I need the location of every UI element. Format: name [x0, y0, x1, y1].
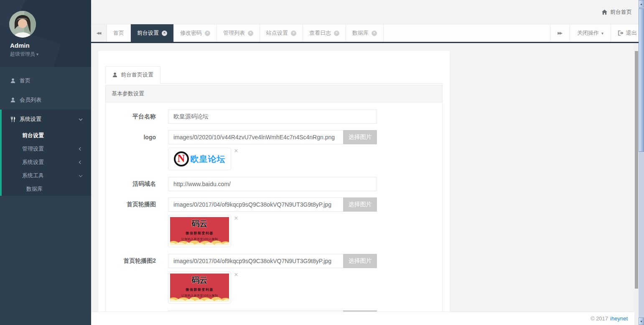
user-icon — [10, 78, 15, 83]
carousel-2-remove-icon[interactable]: × — [234, 271, 238, 278]
tab-database[interactable]: 数据库 × — [346, 24, 384, 42]
caret-down-icon: ▾ — [601, 31, 603, 36]
logo-remove-icon[interactable]: × — [234, 148, 238, 154]
logo-choose-image-button[interactable]: 选择图片 — [343, 130, 377, 144]
double-left-icon: ◀◀ — [97, 31, 102, 35]
carousel-2-path-input[interactable] — [168, 254, 343, 268]
carousel-2-input-group: 选择图片 — [168, 254, 377, 268]
carousel-1-label: 首页轮播图 — [106, 201, 168, 208]
tab-label: 前台设置 — [137, 29, 159, 37]
form-row-logo: logo 选择图片 — [106, 130, 442, 144]
sidebar-subitem-database[interactable]: 数据库 — [2, 182, 91, 196]
logo-preview: N 欧皇论坛 — [168, 148, 231, 170]
user-name: Admin — [10, 42, 30, 49]
tab-close-icon[interactable]: × — [205, 31, 210, 36]
live-code-domain-input[interactable] — [168, 177, 377, 191]
tab-label: 站点设置 — [266, 29, 288, 37]
tab-close-icon[interactable]: × — [248, 31, 253, 36]
banner-subtitle: 微信群裂变利器 — [170, 287, 229, 292]
sidebar-item-home[interactable]: 首页 — [0, 71, 91, 90]
profile-header: Admin 超级管理员▾ — [0, 0, 91, 67]
tab-close-icon[interactable]: × — [334, 31, 339, 36]
scroll-up-button[interactable]: ▲ — [639, 0, 644, 8]
carousel-1-path-input[interactable] — [168, 197, 343, 212]
close-operations-label: 关闭操作 — [577, 29, 599, 37]
banner-clouds-decoration — [170, 295, 229, 302]
tab-label: 查看日志 — [309, 29, 331, 37]
tab-bar: ◀◀ 首页 前台设置 × 修改密码 × 管理列表 × 站点设置 × 查看 — [91, 24, 644, 43]
logo-preview-row: N 欧皇论坛 × — [106, 148, 442, 170]
form-row-carousel-1: 首页轮播图 选择图片 — [106, 197, 442, 212]
tab-admin-list[interactable]: 管理列表 × — [217, 24, 260, 42]
sidebar-item-members[interactable]: 会员列表 — [0, 90, 91, 110]
user-role-label: 超级管理员 — [10, 51, 35, 57]
collapse-tabs-button[interactable]: ◀◀ — [91, 24, 107, 42]
sidebar-item-label: 首页 — [20, 77, 31, 84]
scroll-up-icon: ▲ — [640, 3, 643, 5]
chevron-down-icon — [79, 174, 82, 177]
tab-view-logs[interactable]: 查看日志 × — [303, 24, 346, 42]
cutlery-icon — [10, 117, 15, 122]
tab-home[interactable]: 首页 — [107, 24, 131, 42]
banner-title: 码云 — [170, 218, 229, 229]
sign-out-icon — [618, 31, 624, 36]
carousel-2-label: 首页轮播图2 — [106, 257, 168, 265]
expand-tabs-button[interactable]: ▶▶ — [550, 24, 570, 42]
tab-label: 首页 — [113, 29, 124, 37]
platform-name-input[interactable] — [168, 110, 377, 124]
tab-close-icon[interactable]: × — [291, 31, 296, 36]
window-scrollbar[interactable]: ▲ ▼ — [639, 0, 644, 325]
logo-emblem-letter: N — [177, 153, 185, 164]
carousel-1-remove-icon[interactable]: × — [234, 215, 238, 221]
sidebar-item-system-settings[interactable]: 系统设置 — [2, 110, 91, 129]
close-operations-dropdown[interactable]: 关闭操作▾ — [570, 24, 611, 42]
avatar[interactable] — [9, 11, 36, 38]
tab-frontend-home-settings[interactable]: 前台首页设置 — [105, 66, 160, 84]
tab-bar-spacer — [384, 24, 550, 42]
panel-title: 基本参数设置 — [106, 85, 442, 102]
carousel-2-choose-image-button[interactable]: 选择图片 — [343, 254, 377, 268]
tab-change-password[interactable]: 修改密码 × — [174, 24, 217, 42]
logo-preview-text: 欧皇论坛 — [191, 154, 226, 165]
content-scrollbar-thumb[interactable] — [635, 51, 638, 289]
carousel-1-preview-row: 码云 微信群裂变利器 让加码入群不受100人限制 × — [106, 215, 442, 247]
sidebar-subitem-frontend-settings[interactable]: 前台设置 — [2, 129, 91, 142]
window-scrollbar-thumb[interactable] — [639, 8, 644, 152]
banner-image: 码云 微信群裂变利器 让加码入群不受100人限制 — [170, 274, 229, 302]
sidebar-subitem-label: 前台设置 — [22, 132, 44, 139]
platform-name-label: 平台名称 — [106, 113, 168, 120]
content-scrollbar[interactable] — [634, 43, 639, 325]
logout-label: 退出 — [626, 29, 637, 37]
sidebar-subitem-label: 数据库 — [26, 185, 43, 193]
carousel-1-choose-image-button[interactable]: 选择图片 — [343, 197, 377, 212]
tab-label: 修改密码 — [180, 29, 202, 37]
sidebar-subitem-system-settings[interactable]: 系统设置 — [2, 156, 91, 169]
tab-site-settings[interactable]: 站点设置 × — [260, 24, 303, 42]
breadcrumb: 前台首页 — [610, 8, 632, 16]
scroll-down-button[interactable]: ▼ — [639, 317, 644, 325]
tab-close-icon[interactable]: × — [162, 31, 167, 36]
home-icon — [602, 10, 607, 15]
banner-clouds-decoration — [170, 238, 229, 245]
panel-body: 平台名称 logo 选择图片 — [106, 102, 442, 325]
tab-frontend-settings[interactable]: 前台设置 × — [131, 24, 174, 42]
user-role-dropdown[interactable]: 超级管理员▾ — [10, 51, 38, 58]
logo-label: logo — [106, 134, 168, 141]
main-area: 前台首页 ◀◀ 首页 前台设置 × 修改密码 × 管理列表 × 站点设置 — [91, 0, 644, 325]
logo-path-input[interactable] — [168, 130, 343, 144]
sidebar-group-system-settings: 系统设置 前台设置 管理设置 系统设置 系统工具 — [0, 110, 91, 196]
chevron-down-icon — [79, 117, 82, 120]
sidebar: Admin 超级管理员▾ 首页 会员列表 — [0, 0, 91, 325]
sidebar-item-label: 会员列表 — [20, 96, 41, 104]
user-icon — [10, 97, 15, 102]
brand-link[interactable]: iheynet — [610, 315, 628, 322]
form-row-platform-name: 平台名称 — [106, 110, 442, 124]
sidebar-subitem-admin-settings[interactable]: 管理设置 — [2, 142, 91, 156]
copyright-text: © 2017 — [591, 315, 608, 322]
tab-close-icon[interactable]: × — [372, 31, 377, 36]
page-tab-label: 前台首页设置 — [121, 71, 153, 79]
scroll-down-icon: ▼ — [640, 320, 643, 323]
footer: © 2017 iheynet — [91, 312, 634, 325]
sidebar-subitem-system-tools[interactable]: 系统工具 — [2, 169, 91, 182]
carousel-2-preview-row: 码云 微信群裂变利器 让加码入群不受100人限制 × — [106, 271, 442, 304]
